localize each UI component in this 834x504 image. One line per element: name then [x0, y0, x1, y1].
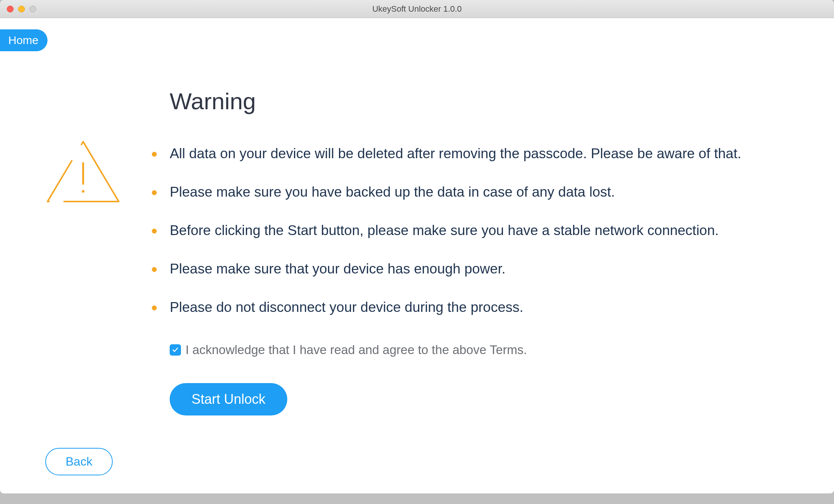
- bullet-icon: ●: [151, 148, 158, 159]
- window-controls: [7, 6, 36, 12]
- acknowledge-row: I acknowledge that I have read and agree…: [170, 343, 527, 357]
- content-area: Home Warning ● All data on your device w…: [0, 18, 834, 493]
- bullet-icon: ●: [151, 186, 158, 198]
- start-unlock-button[interactable]: Start Unlock: [170, 383, 287, 415]
- home-button[interactable]: Home: [0, 29, 48, 51]
- back-button[interactable]: Back: [45, 448, 113, 475]
- bullet-icon: ●: [151, 302, 158, 313]
- close-icon[interactable]: [7, 6, 14, 12]
- maximize-icon: [29, 6, 36, 12]
- list-item: ● Please do not disconnect your device d…: [151, 298, 799, 317]
- titlebar: UkeySoft Unlocker 1.0.0: [0, 0, 834, 18]
- list-item: ● Please make sure you have backed up th…: [151, 183, 799, 202]
- acknowledge-checkbox[interactable]: [170, 344, 181, 356]
- list-item-text: All data on your device will be deleted …: [170, 144, 741, 163]
- list-item-text: Before clicking the Start button, please…: [170, 221, 719, 240]
- list-item-text: Please make sure you have backed up the …: [170, 183, 615, 202]
- list-item-text: Please make sure that your device has en…: [170, 260, 506, 278]
- page-title: Warning: [170, 88, 256, 115]
- app-window: UkeySoft Unlocker 1.0.0 Home Warning ● A…: [0, 0, 834, 493]
- list-item: ● Please make sure that your device has …: [151, 260, 799, 278]
- bullet-icon: ●: [151, 263, 158, 275]
- warning-list: ● All data on your device will be delete…: [151, 144, 799, 336]
- list-item: ● Before clicking the Start button, plea…: [151, 221, 799, 240]
- bullet-icon: ●: [151, 225, 158, 236]
- svg-point-1: [82, 190, 84, 193]
- window-title: UkeySoft Unlocker 1.0.0: [372, 4, 461, 14]
- acknowledge-label: I acknowledge that I have read and agree…: [186, 343, 527, 357]
- list-item: ● All data on your device will be delete…: [151, 144, 799, 163]
- list-item-text: Please do not disconnect your device dur…: [170, 298, 523, 317]
- minimize-icon[interactable]: [18, 6, 25, 12]
- warning-icon: [44, 139, 122, 206]
